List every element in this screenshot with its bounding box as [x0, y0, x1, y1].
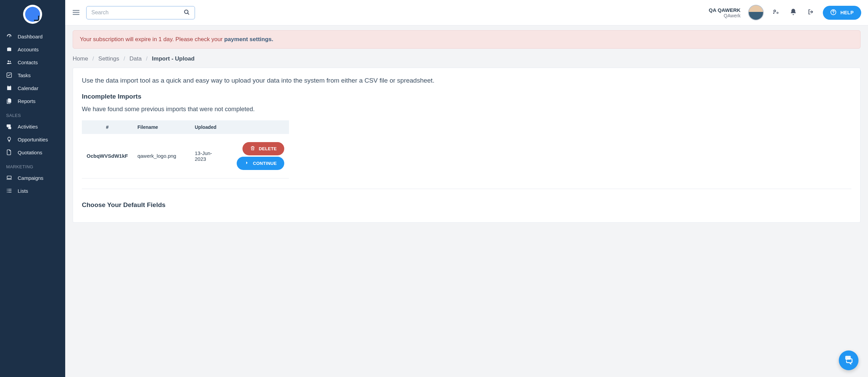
continue-label: CONTINUE [253, 161, 277, 166]
table-row: OcbqWVSdW1kFqawerk_logo.png13-Jun-2023DE… [82, 134, 289, 178]
svg-point-13 [184, 10, 188, 14]
panel-divider [82, 189, 851, 189]
gears-icon [772, 11, 779, 17]
logout-button[interactable] [805, 6, 817, 19]
help-label: HELP [840, 10, 854, 15]
breadcrumb-current: Import - Upload [152, 55, 195, 62]
hamburger-icon[interactable] [72, 9, 80, 16]
trash-icon [250, 145, 255, 152]
svg-rect-10 [73, 10, 79, 11]
sidebar-item-campaigns[interactable]: Campaigns [0, 171, 65, 184]
check-square-icon [6, 72, 12, 78]
svg-rect-12 [73, 14, 79, 15]
sidebar-item-quotations[interactable]: Quotations [0, 146, 65, 159]
sidebar-item-label: Quotations [18, 150, 42, 155]
nav-section-marketing: MARKETING [0, 159, 65, 171]
sidebar-item-accounts[interactable]: Accounts [0, 43, 65, 56]
delete-button[interactable]: DELETE [242, 142, 284, 155]
sidebar-item-dashboard[interactable]: Dashboard [0, 30, 65, 43]
incomplete-imports-heading: Incomplete Imports [82, 93, 851, 100]
user-name: QA QAWERK [709, 7, 741, 13]
incomplete-imports-body: We have found some previous imports that… [82, 106, 851, 113]
breadcrumb-settings[interactable]: Settings [98, 55, 119, 62]
sidebar-item-label: Activities [18, 124, 38, 130]
sidebar-item-label: Reports [18, 98, 36, 104]
sidebar-item-calendar[interactable]: Calendar [0, 82, 65, 95]
import-uploaded: 13-Jun-2023 [190, 134, 221, 178]
breadcrumb-home[interactable]: Home [73, 55, 88, 62]
col-header-id: # [82, 120, 133, 134]
sidebar-item-label: Tasks [18, 72, 31, 78]
payment-settings-link[interactable]: payment settings. [224, 36, 273, 42]
lightbulb-icon [6, 136, 12, 142]
breadcrumb-sep: / [124, 55, 125, 62]
import-filename: qawerk_logo.png [133, 134, 190, 178]
sidebar-item-label: Contacts [18, 59, 38, 65]
dashboard-icon [6, 33, 12, 39]
svg-rect-5 [8, 189, 12, 190]
continue-button[interactable]: CONTINUE [237, 157, 284, 170]
content-area: Your subscription will expire in 1 day. … [65, 25, 868, 377]
file-copy-icon [6, 98, 12, 104]
sidebar-item-label: Opportunities [18, 137, 48, 142]
logo-wrap [0, 0, 65, 30]
avatar[interactable] [748, 5, 764, 20]
svg-rect-8 [7, 192, 7, 193]
users-icon [6, 59, 12, 65]
list-icon [6, 188, 12, 194]
breadcrumb-data[interactable]: Data [129, 55, 142, 62]
briefcase-icon [6, 46, 12, 52]
svg-rect-4 [7, 189, 7, 190]
main-column: QA QAWERK QAwerk HELP Yo [65, 0, 868, 377]
import-panel: Use the data import tool as a quick and … [73, 68, 861, 223]
sidebar-item-opportunities[interactable]: Opportunities [0, 133, 65, 146]
chat-fab[interactable] [839, 350, 858, 370]
delete-label: DELETE [259, 146, 277, 151]
sidebar-item-label: Calendar [18, 85, 38, 91]
svg-point-1 [10, 61, 11, 62]
laptop-icon [6, 175, 12, 181]
choose-default-fields-heading: Choose Your Default Fields [82, 201, 851, 209]
breadcrumb-sep: / [92, 55, 94, 62]
notifications-button[interactable] [788, 6, 799, 19]
svg-rect-9 [8, 192, 12, 193]
svg-line-14 [187, 13, 189, 15]
help-button[interactable]: HELP [823, 6, 861, 20]
sidebar-item-label: Dashboard [18, 34, 42, 39]
sidebar-item-activities[interactable]: Activities [0, 120, 65, 133]
search-input[interactable] [91, 10, 184, 16]
sidebar-item-lists[interactable]: Lists [0, 184, 65, 197]
col-header-uploaded: Uploaded [190, 120, 221, 134]
alert-text-before: Your subscription will expire in 1 day. … [80, 36, 224, 42]
imports-table: # Filename Uploaded OcbqWVSdW1kFqawerk_l… [82, 120, 289, 178]
nav-section-sales: SALES [0, 107, 65, 120]
calendar-icon [6, 85, 12, 91]
sidebar-item-label: Lists [18, 188, 28, 194]
search-button[interactable] [184, 9, 190, 16]
chat-icon [844, 355, 854, 366]
search-icon [184, 11, 190, 16]
svg-rect-7 [8, 190, 12, 191]
settings-button[interactable] [770, 6, 781, 19]
user-block[interactable]: QA QAWERK QAwerk [709, 7, 741, 18]
sidebar-item-tasks[interactable]: Tasks [0, 69, 65, 82]
app-logo[interactable] [23, 5, 42, 24]
sidebar-item-reports[interactable]: Reports [0, 95, 65, 107]
subscription-alert: Your subscription will expire in 1 day. … [73, 30, 861, 49]
sidebar-item-contacts[interactable]: Contacts [0, 56, 65, 69]
svg-rect-6 [7, 190, 7, 191]
sidebar-item-label: Campaigns [18, 175, 43, 181]
import-id: OcbqWVSdW1kF [82, 134, 133, 178]
breadcrumb-sep: / [146, 55, 148, 62]
import-intro: Use the data import tool as a quick and … [82, 76, 851, 85]
breadcrumb: Home / Settings / Data / Import - Upload [73, 55, 861, 62]
search-wrap [86, 6, 195, 19]
svg-rect-3 [7, 176, 11, 179]
logout-icon [807, 11, 815, 17]
topbar: QA QAWERK QAwerk HELP [65, 0, 868, 25]
sidebar: DashboardAccountsContactsTasksCalendarRe… [0, 0, 65, 377]
import-actions: DELETECONTINUE [221, 134, 289, 178]
file-icon [6, 149, 12, 155]
svg-point-16 [833, 13, 834, 14]
chevron-right-icon [244, 160, 250, 167]
